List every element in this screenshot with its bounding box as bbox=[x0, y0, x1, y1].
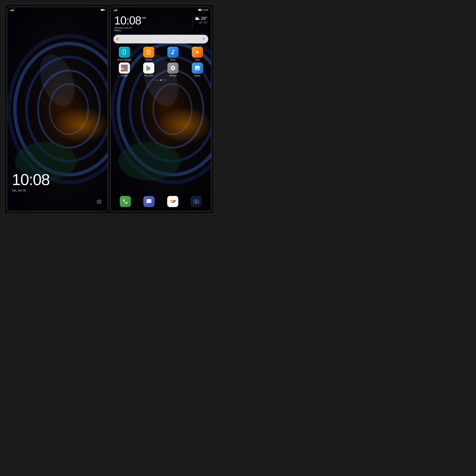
settings-label: Settings bbox=[169, 75, 176, 77]
home-battery-area: 10:08 bbox=[198, 9, 208, 11]
home-battery-icon bbox=[198, 9, 202, 11]
svg-rect-21 bbox=[121, 65, 128, 67]
playstore-label: Play Store bbox=[144, 75, 153, 77]
dot-2[interactable] bbox=[158, 80, 159, 81]
home-time: 10:08 bbox=[114, 15, 141, 26]
video-icon bbox=[192, 47, 203, 58]
homescreen-content: 10:08 AM Saturday, June 30 Beijing ⌂ ⛅ 2 bbox=[111, 7, 211, 211]
weather-icon: ⛅ bbox=[194, 16, 200, 21]
lockscreen-statusbar bbox=[7, 7, 107, 13]
main-container: 10:08 Sat, Jun 30 bbox=[4, 4, 214, 214]
svg-rect-26 bbox=[124, 70, 128, 72]
app-video[interactable]: Video bbox=[186, 47, 209, 61]
settings-icon bbox=[167, 63, 178, 74]
video-label: Video bbox=[195, 59, 200, 61]
svg-rect-24 bbox=[124, 68, 128, 70]
lockscreen-date: Sat, Jun 30 bbox=[12, 189, 103, 192]
playstore-icon bbox=[143, 63, 154, 74]
google-search-bar[interactable]: G 🎙 bbox=[113, 35, 208, 43]
battery-icon bbox=[101, 9, 105, 11]
phone-manager-icon bbox=[119, 47, 130, 58]
svg-point-10 bbox=[98, 201, 100, 202]
app-dock bbox=[111, 194, 211, 211]
homescreen-phone: 10:08 10:08 AM Saturday, June 30 Beijing… bbox=[110, 7, 211, 211]
app-playstore[interactable]: Play Store bbox=[137, 63, 161, 77]
themes-icon bbox=[143, 47, 154, 58]
home-date: Saturday, June 30 bbox=[114, 27, 146, 29]
google-app-icon bbox=[119, 63, 130, 74]
weather-temp: 28° bbox=[201, 16, 207, 21]
lockscreen-camera-button[interactable] bbox=[96, 198, 103, 205]
home-signal-icon bbox=[113, 9, 117, 11]
dot-4[interactable] bbox=[163, 80, 164, 81]
dot-5[interactable] bbox=[165, 80, 166, 81]
phone-manager-label: Phone Manager bbox=[118, 59, 132, 61]
weather-section: ⛅ 28° 32° / 22° bbox=[190, 15, 207, 29]
google-logo: G bbox=[116, 37, 119, 41]
lockscreen-time: 10:08 bbox=[12, 172, 103, 188]
app-music[interactable]: Music bbox=[161, 47, 185, 61]
dock-messages-icon[interactable] bbox=[143, 196, 154, 207]
dock-phone-icon[interactable] bbox=[120, 196, 131, 207]
music-label: Music bbox=[170, 59, 175, 61]
weather-icon-row: ⛅ 28° bbox=[194, 16, 207, 21]
google-label: Google bbox=[121, 75, 128, 77]
gallery-label: Gallery bbox=[194, 75, 201, 77]
app-gallery[interactable]: Gallery bbox=[186, 63, 209, 77]
dot-1[interactable] bbox=[155, 80, 157, 81]
home-status-time: 10:08 bbox=[203, 9, 208, 11]
svg-rect-22 bbox=[121, 67, 128, 68]
music-icon bbox=[167, 47, 178, 58]
svg-rect-23 bbox=[121, 68, 124, 70]
dot-3-active[interactable] bbox=[160, 80, 161, 81]
app-settings[interactable]: Settings bbox=[161, 63, 185, 77]
weather-range: 32° / 22° bbox=[199, 21, 207, 24]
svg-rect-25 bbox=[121, 70, 124, 72]
app-phone-manager[interactable]: Phone Manager bbox=[113, 47, 136, 61]
app-themes[interactable]: Themes bbox=[137, 47, 161, 61]
themes-label: Themes bbox=[145, 59, 152, 61]
gallery-icon bbox=[192, 63, 203, 74]
dock-chrome-icon[interactable] bbox=[167, 196, 178, 207]
weather-block: ⛅ 28° 32° / 22° bbox=[194, 15, 207, 24]
lockscreen-content: 10:08 Sat, Jun 30 bbox=[7, 7, 107, 211]
app-google[interactable]: Google bbox=[113, 63, 136, 77]
lockscreen-phone: 10:08 Sat, Jun 30 bbox=[7, 7, 108, 211]
search-bar-wrap[interactable]: G 🎙 bbox=[111, 35, 211, 43]
home-time-block: 10:08 AM Saturday, June 30 Beijing ⌂ bbox=[114, 15, 146, 32]
app-grid-row1: Phone Manager Themes bbox=[111, 43, 211, 77]
home-city: Beijing ⌂ bbox=[114, 29, 146, 32]
svg-point-30 bbox=[196, 201, 197, 202]
microphone-icon[interactable]: 🎙 bbox=[202, 37, 205, 41]
page-dots bbox=[111, 80, 211, 81]
homescreen-statusbar: 10:08 bbox=[111, 7, 211, 13]
lockscreen-battery bbox=[101, 9, 105, 11]
signal-icon bbox=[10, 9, 14, 11]
home-time-am: AM bbox=[142, 16, 146, 19]
dock-camera-icon[interactable] bbox=[191, 196, 202, 207]
